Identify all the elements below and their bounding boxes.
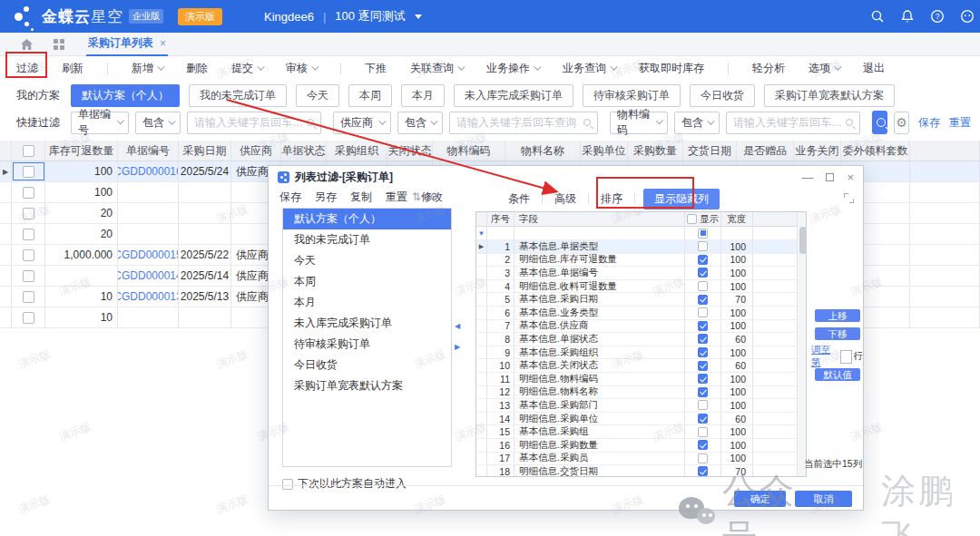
toolbar-button-删除[interactable]: 删除 [186,61,208,76]
keyword-input[interactable]: 请输入关键字后回车查询 [187,112,321,134]
apps-grid-icon[interactable] [54,39,64,50]
keyword-input[interactable]: 请输入关键字后回车查询 [726,112,860,134]
plan-button[interactable]: 今日收货 [690,84,755,107]
dialog-toolbar-另存[interactable]: 另存 [315,190,337,205]
plan-button[interactable]: 采购订单宽表默认方案 [764,84,895,107]
dialog-toolbar-保存[interactable]: 保存 [279,190,301,205]
dialog-tab-显示隐藏列[interactable]: 显示隐藏列 [643,189,720,210]
column-header[interactable]: 物料编码 [433,141,505,161]
column-header[interactable]: 关闭状态 [387,141,433,161]
column-header[interactable]: 单据编号 [118,141,179,161]
column-header[interactable]: 采购数量 [628,141,683,161]
column-header[interactable]: 是否赠品 [737,141,794,161]
show-checkbox[interactable] [698,440,708,450]
dialog-toolbar-复制[interactable]: 复制 [350,190,372,205]
plan-button[interactable]: 本周 [348,84,392,107]
row-checkbox[interactable] [23,229,34,240]
show-checkbox[interactable] [698,334,708,344]
plan-button[interactable]: 今天 [296,84,339,107]
grid-row[interactable]: 5基本信息.采购日期70 [476,293,797,307]
show-checkbox[interactable] [698,374,708,384]
grid-row[interactable]: 11明细信息.物料编码100 [476,373,797,386]
dialog-plan-item[interactable]: 未入库完成采购订单 [283,313,451,334]
show-checkbox[interactable] [698,387,708,397]
fullscreen-icon[interactable] [844,193,854,203]
grid-filter-cell[interactable] [721,227,753,239]
column-header[interactable]: 业务关闭 [794,141,841,161]
field-select[interactable]: 物料编码 [610,112,668,134]
select-all-checkbox[interactable] [23,145,34,157]
account-switcher[interactable]: Kingdee6 | 100 逐同测试 [264,8,422,24]
show-checkbox[interactable] [698,241,708,251]
grid-row[interactable]: 4明细信息.收料可退数量100 [476,280,797,294]
row-checkbox[interactable] [23,187,34,199]
grid-row[interactable]: 6基本信息.业务类型100 [476,307,797,320]
grid-row[interactable]: 12明细信息.物料名称100 [476,386,797,400]
show-checkbox[interactable] [698,281,708,291]
row-checkbox[interactable] [23,312,34,324]
bell-icon[interactable] [900,9,915,24]
grid-filter-cell[interactable] [487,227,514,239]
show-checkbox[interactable] [698,427,708,437]
dialog-plan-item[interactable]: 我的未完成订单 [283,229,451,250]
search-button[interactable] [872,111,887,134]
column-header[interactable]: 采购单位 [581,141,628,161]
grid-row[interactable]: ▶1基本信息.单据类型100 [476,240,797,254]
row-checkbox[interactable] [23,270,34,282]
show-checkbox[interactable] [698,347,708,357]
grid-row[interactable]: 17基本信息.采购员100 [476,453,797,466]
grid-row[interactable]: 14明细信息.采购单位60 [476,413,797,426]
sort-icon[interactable]: ⇅ [412,190,421,203]
dialog-tab-排序[interactable]: 排序 [597,189,626,210]
column-header[interactable]: 库存可退数量 [45,141,118,161]
show-checkbox[interactable] [698,453,708,463]
plan-button[interactable]: 默认方案（个人） [71,84,180,107]
toolbar-button-退出[interactable]: 退出 [863,61,885,76]
row-checkbox[interactable] [23,291,34,303]
plan-button[interactable]: 未入库完成采购订单 [454,84,573,107]
dialog-plan-item[interactable]: 今天 [283,250,451,271]
ok-button[interactable]: 确定 [734,491,786,507]
save-filter-link[interactable]: 保存 [918,115,940,131]
gear-button[interactable]: ⚙ [894,112,909,134]
toolbar-button-获取即时库存[interactable]: 获取即时库存 [639,61,704,76]
grid-filter-cell[interactable] [753,227,797,239]
row-checkbox[interactable] [23,166,34,178]
dialog-titlebar[interactable]: 列表过滤-[采购订单] — × [269,166,863,188]
operator-select[interactable]: 包含 [135,112,181,134]
column-header[interactable]: 单据状态 [281,141,327,161]
grid-filter-cell[interactable] [514,227,685,239]
tab-purchase-order-list[interactable]: 采购订单列表 × [86,33,168,56]
toolbar-button-过滤[interactable]: 过滤 [16,61,38,76]
plan-button[interactable]: 我的未完成订单 [189,84,287,107]
scrollbar-thumb[interactable] [799,227,807,254]
show-checkbox[interactable] [698,361,708,371]
gear-icon[interactable]: ⚙ [429,190,439,203]
dialog-plan-item[interactable]: 采购订单宽表默认方案 [283,375,451,396]
toolbar-button-业务查询[interactable]: 业务查询 [563,61,615,76]
home-icon[interactable] [20,38,34,51]
toolbar-button-关联查询[interactable]: 关联查询 [410,61,463,76]
toolbar-button-轻分析[interactable]: 轻分析 [752,61,785,76]
column-header[interactable]: 供应商 [231,141,281,161]
field-select[interactable]: 单据编号 [71,112,129,134]
show-checkbox[interactable] [698,307,708,317]
search-icon[interactable] [870,9,885,24]
dialog-tab-条件[interactable]: 条件 [505,189,534,210]
toolbar-button-下推[interactable]: 下推 [365,61,387,76]
toolbar-button-新增[interactable]: 新增 [132,61,162,76]
column-header[interactable]: 交货日期 [683,141,737,161]
toolbar-button-提交[interactable]: 提交 [231,61,262,76]
minimize-icon[interactable]: — [801,171,813,183]
column-header[interactable]: 采购日期 [179,141,231,161]
column-header[interactable]: 委外领料套数 [841,141,910,161]
grid-row[interactable]: 8基本信息.单据状态60 [476,333,797,346]
grid-row[interactable]: 13基本信息.采购部门100 [476,399,797,413]
row-checkbox[interactable] [23,208,34,219]
grid-row[interactable]: 7基本信息.供应商100 [476,320,797,334]
operator-select[interactable]: 包含 [397,112,443,134]
toolbar-button-审核[interactable]: 审核 [286,61,317,76]
close-icon[interactable]: × [847,171,854,183]
plan-button[interactable]: 本月 [401,84,445,107]
grid-row[interactable]: 3基本信息.单据编号100 [476,267,797,280]
